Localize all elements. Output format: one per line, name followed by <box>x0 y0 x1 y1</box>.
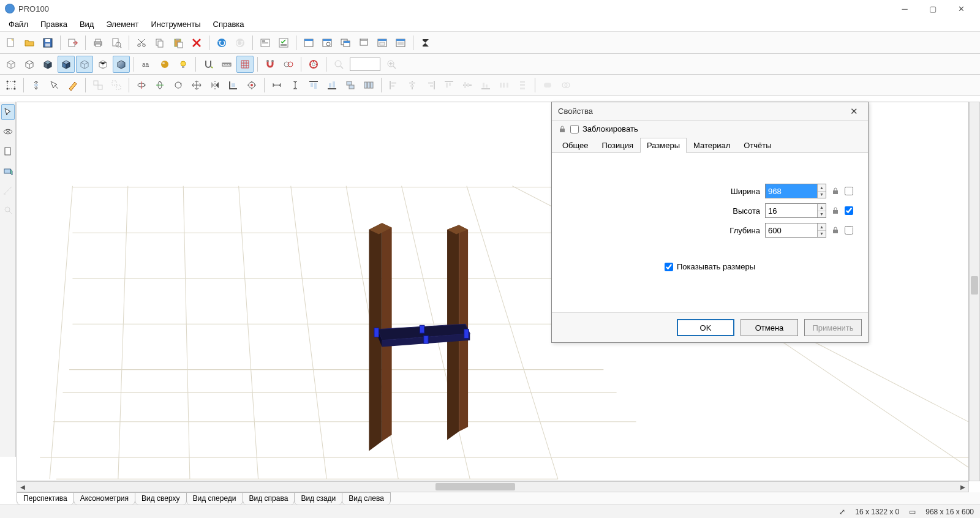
dialog-titlebar[interactable]: Свойства ✕ <box>552 102 868 121</box>
minimize-button[interactable]: ─ <box>891 0 919 17</box>
view-hidden-button[interactable] <box>21 56 38 73</box>
menu-file[interactable]: Файл <box>2 18 34 31</box>
height-spinner[interactable]: ▲▼ <box>817 204 826 217</box>
dialog-tab-general[interactable]: Общее <box>556 138 595 153</box>
collision-button[interactable] <box>280 56 297 73</box>
dialog-tab-position[interactable]: Позиция <box>595 138 640 153</box>
dim-x-button[interactable] <box>268 77 285 94</box>
align-right-button[interactable] <box>422 77 439 94</box>
align-distribute-button[interactable] <box>360 77 377 94</box>
view-tab-back[interactable]: Вид сзади <box>294 492 342 505</box>
align-top-button[interactable] <box>305 77 322 94</box>
redo-button[interactable] <box>232 34 249 51</box>
width-spinner[interactable]: ▲▼ <box>817 184 826 198</box>
view-tab-right[interactable]: Вид справа <box>243 492 295 505</box>
maximize-button[interactable]: ▢ <box>919 0 947 17</box>
dialog-lock-checkbox[interactable] <box>570 125 579 133</box>
view-realistic-button[interactable] <box>113 56 130 73</box>
width-input[interactable] <box>766 184 817 198</box>
snap-button[interactable] <box>200 56 217 73</box>
apply-button[interactable]: Применить <box>804 319 862 336</box>
zoom-combo[interactable] <box>350 58 380 71</box>
undo-button[interactable] <box>213 34 230 51</box>
bool-2-button[interactable] <box>557 77 575 94</box>
dialog-tab-reports[interactable]: Отчёты <box>737 138 778 153</box>
view-tab-top[interactable]: Вид сверху <box>135 492 187 505</box>
align-center-v-button[interactable] <box>459 77 476 94</box>
delete-button[interactable] <box>188 34 205 51</box>
dialog-tab-material[interactable]: Материал <box>687 138 737 153</box>
export-button[interactable] <box>64 34 81 51</box>
properties-button[interactable] <box>257 34 274 51</box>
measure-tool[interactable] <box>1 182 15 198</box>
mirror-button[interactable] <box>206 77 224 94</box>
zoom-tool[interactable] <box>1 202 15 218</box>
select-all-button[interactable] <box>2 77 20 94</box>
view-tab-perspective[interactable]: Перспектива <box>17 492 74 505</box>
dimensions-button[interactable] <box>218 56 235 73</box>
print-button[interactable] <box>89 34 107 51</box>
viewport-scrollbar-vertical[interactable] <box>969 102 980 481</box>
zoom-in-button[interactable] <box>383 56 400 73</box>
menu-edit[interactable]: Правка <box>34 18 74 31</box>
distribute-h-button[interactable] <box>496 77 513 94</box>
group-button[interactable] <box>89 77 107 94</box>
ok-button[interactable]: OK <box>677 319 734 336</box>
height-input[interactable] <box>766 204 817 217</box>
close-button[interactable]: ✕ <box>947 0 975 17</box>
viewport-scrollbar-horizontal[interactable]: ◄► <box>17 481 969 492</box>
lighting-button[interactable] <box>175 56 192 73</box>
view-solid-button[interactable] <box>39 56 56 73</box>
depth-spinner[interactable]: ▲▼ <box>817 223 826 237</box>
center-button[interactable] <box>305 56 322 73</box>
cancel-button[interactable]: Отмена <box>741 319 798 336</box>
view-wireframe-button[interactable] <box>2 56 20 73</box>
move-vert-button[interactable] <box>28 77 45 94</box>
dim-y-button[interactable] <box>287 77 304 94</box>
align-bottom-button[interactable] <box>323 77 341 94</box>
menu-help[interactable]: Справка <box>207 18 251 31</box>
window-4-button[interactable] <box>355 34 372 51</box>
view-tab-axonometry[interactable]: Аксонометрия <box>74 492 135 505</box>
copy-button[interactable] <box>151 34 168 51</box>
window-2-button[interactable] <box>318 34 336 51</box>
window-5-button[interactable] <box>374 34 391 51</box>
grid-button[interactable] <box>236 56 254 73</box>
move-cursor-button[interactable] <box>46 77 63 94</box>
edit-shape-button[interactable] <box>64 77 81 94</box>
width-lock-checkbox[interactable] <box>845 187 853 195</box>
zoom-out-button[interactable] <box>330 56 347 73</box>
align-left-button[interactable] <box>385 77 402 94</box>
dialog-tab-dimensions[interactable]: Размеры <box>640 138 687 153</box>
open-file-button[interactable] <box>21 34 38 51</box>
print-preview-button[interactable] <box>108 34 125 51</box>
align-top2-button[interactable] <box>440 77 458 94</box>
paste-button[interactable] <box>170 34 187 51</box>
align-bottom2-button[interactable] <box>477 77 494 94</box>
align-center-h-button[interactable] <box>404 77 421 94</box>
add-part-tool[interactable] <box>1 163 15 179</box>
show-dims-checkbox[interactable] <box>665 263 673 271</box>
align-stack-button[interactable] <box>342 77 359 94</box>
depth-lock-checkbox[interactable] <box>845 226 853 235</box>
magnet-button[interactable] <box>262 56 279 73</box>
select-tool[interactable] <box>1 104 15 120</box>
window-1-button[interactable] <box>300 34 317 51</box>
window-3-button[interactable] <box>337 34 354 51</box>
move-tool-button[interactable] <box>188 77 205 94</box>
sigma-button[interactable] <box>417 34 434 51</box>
menu-element[interactable]: Элемент <box>100 18 145 31</box>
rotate-z-button[interactable] <box>170 77 187 94</box>
labels-button[interactable]: aа <box>138 56 155 73</box>
menu-view[interactable]: Вид <box>74 18 100 31</box>
menu-tools[interactable]: Инструменты <box>145 18 206 31</box>
bool-1-button[interactable] <box>539 77 556 94</box>
view-textured-button[interactable] <box>58 56 75 73</box>
camera-tool[interactable] <box>1 124 15 140</box>
orient-button[interactable] <box>243 77 260 94</box>
add-panel-tool[interactable] <box>1 143 15 159</box>
rotate-y-button[interactable] <box>151 77 168 94</box>
window-6-button[interactable] <box>392 34 409 51</box>
view-outline-button[interactable] <box>94 56 111 73</box>
dialog-close-button[interactable]: ✕ <box>846 104 862 119</box>
